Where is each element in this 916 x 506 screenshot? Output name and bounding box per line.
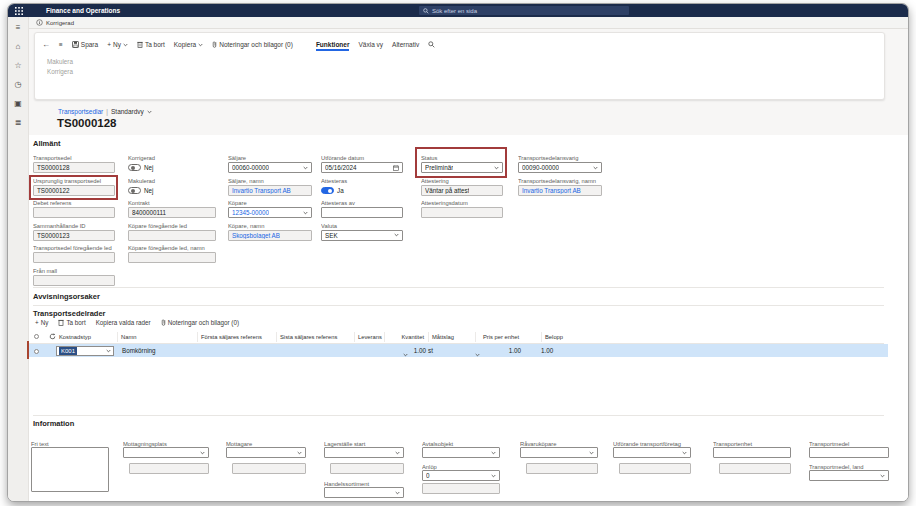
col-belopp[interactable]: Belopp <box>541 332 563 342</box>
col-leverans[interactable]: Leverans <box>354 332 382 342</box>
ravarukopare-combobox[interactable] <box>520 447 598 458</box>
valuta-combobox[interactable]: SEK <box>321 230 403 241</box>
notes-attachments-button[interactable]: Noteringar och bilagor (0) <box>212 41 293 48</box>
col-namn[interactable]: Namn <box>117 332 136 342</box>
plus-icon: + <box>107 41 111 48</box>
attesteringsdatum-input <box>421 207 503 218</box>
attesteras-toggle[interactable]: Ja <box>321 185 403 196</box>
chevron-down-icon <box>106 349 111 353</box>
handelssortiment-combobox[interactable] <box>324 487 404 498</box>
select-all-radio[interactable] <box>34 332 39 342</box>
search-placeholder: Sök efter en sida <box>432 8 477 14</box>
grid-notes-button[interactable]: Noteringar och bilagor (0) <box>161 319 239 326</box>
col-sista-saljares-referens[interactable]: Sista säljares referens <box>276 332 337 342</box>
chevron-down-icon <box>303 211 308 215</box>
toggle-off-icon <box>128 164 141 171</box>
save-button[interactable]: Spara <box>72 41 98 48</box>
transportmedel-land-combobox[interactable] <box>809 470 889 481</box>
back-button[interactable]: ← <box>42 40 50 49</box>
field-debet-referens: Debet referens <box>33 200 115 218</box>
app-title: Finance and Operations <box>46 7 120 14</box>
status-combobox[interactable]: Preliminär <box>421 162 503 173</box>
chevron-down-icon <box>394 233 399 237</box>
tab-alternativ[interactable]: Alternativ <box>392 41 419 48</box>
field-kopare: Köpare 12345-00000 <box>228 200 312 218</box>
field-kopare-namn: Köpare, namn Skogsbolaget AB <box>228 223 312 241</box>
field-transportsedel-foregaende-led: Transportsedel föregående led <box>33 245 115 263</box>
transportenhet-input[interactable] <box>713 447 791 458</box>
search-input[interactable]: Sök efter en sida <box>419 6 629 15</box>
new-button[interactable]: + Ny <box>107 41 128 48</box>
copy-button[interactable]: Kopiera <box>174 41 203 48</box>
kopare-combobox[interactable]: 12345-00000 <box>228 207 312 218</box>
information-col-transportmedel: Transportmedel Transportmedel, land <box>809 441 889 448</box>
menu-icon[interactable]: ≡ <box>16 23 21 32</box>
message-text: Korrigerad <box>46 20 74 26</box>
section-information-header[interactable]: Information <box>33 419 74 428</box>
fri-text-textarea[interactable] <box>31 447 109 492</box>
field-kontrakt: Kontrakt 8400000111 <box>128 200 216 218</box>
korrigerad-toggle[interactable]: Nej <box>128 162 210 173</box>
chevron-down-icon <box>303 166 308 170</box>
table-row[interactable]: K001 Bomkörning 1.00 st 1.00 1.00 <box>29 344 888 357</box>
grid-new-button[interactable]: + Ny <box>35 319 48 326</box>
chevron-down-icon <box>475 353 480 357</box>
makulerad-toggle[interactable]: Nej <box>128 185 210 196</box>
chevron-down-icon <box>491 451 496 455</box>
information-col-utforande-foretag: Utförande transportföretag <box>613 441 691 448</box>
chevron-down-icon <box>593 166 598 170</box>
utforande-transportforetag-combobox[interactable] <box>613 447 691 458</box>
tab-vaxla-vy[interactable]: Växla vy <box>358 41 383 48</box>
pin-actionpane-icon[interactable]: ≡ <box>59 41 63 48</box>
chevron-down-icon <box>491 474 496 478</box>
information-col-transportenhet: Transportenhet <box>713 441 791 448</box>
chevron-down-icon <box>395 451 400 455</box>
trash-icon <box>137 41 143 48</box>
utforande-datum-input[interactable]: 05/16/2024 <box>321 162 403 173</box>
kostnadstyp-cell-combobox[interactable]: K001 <box>56 346 114 356</box>
col-forsta-saljares-referens[interactable]: Första säljares referens <box>197 332 262 342</box>
section-allmant-header[interactable]: Allmänt <box>33 139 61 148</box>
favorites-icon[interactable]: ☆ <box>14 61 21 70</box>
menu-item-korrigera[interactable]: Korrigera <box>47 67 73 77</box>
row-radio[interactable] <box>34 344 39 357</box>
view-selector[interactable]: Standardvy <box>111 108 144 115</box>
section-transportsedelrader-header[interactable]: Transportsedelrader <box>33 309 106 318</box>
grid-header: Kostnadstyp Namn Första säljares referen… <box>29 332 884 342</box>
breadcrumb-entity-link[interactable]: Transportsedlar <box>58 108 103 115</box>
col-mattslag[interactable]: Måttslag <box>428 332 454 342</box>
mottagningsplats-combobox[interactable] <box>123 447 209 458</box>
avtalsobjekt-combobox[interactable] <box>422 447 500 458</box>
tab-funktioner[interactable]: Funktioner <box>316 41 350 48</box>
saljare-combobox[interactable]: 00060-00000 <box>228 162 312 173</box>
top-bar: Finance and Operations Sök efter en sida <box>8 4 908 17</box>
anlop-combobox[interactable]: 0 <box>422 470 500 481</box>
plus-icon: + <box>35 319 39 326</box>
grid-copy-rows-button[interactable]: Kopiera valda rader <box>96 319 151 326</box>
transportsedelansvarig-combobox[interactable]: 00090-00000 <box>518 162 602 173</box>
grid-delete-button[interactable]: Ta bort <box>58 319 85 326</box>
trash-icon <box>58 319 64 326</box>
col-kvantitet[interactable]: Kvantitet <box>384 332 426 342</box>
recent-icon[interactable]: ◷ <box>15 80 22 89</box>
menu-item-makulera[interactable]: Makulera <box>47 57 73 67</box>
pris-per-enhet-cell: 1.00 <box>485 344 521 357</box>
field-kopare-foregaende-led-namn: Köpare föregående led, namn <box>128 245 216 263</box>
section-avvisningsorsaker-header[interactable]: Avvisningsorsaker <box>33 292 100 301</box>
mottagare-combobox[interactable] <box>226 447 306 458</box>
field-saljare: Säljare 00060-00000 <box>228 155 312 173</box>
home-icon[interactable]: ⌂ <box>16 42 21 51</box>
refresh-icon[interactable] <box>49 333 56 343</box>
mattslag-cell-chevron[interactable] <box>475 348 480 361</box>
app-launcher-button[interactable] <box>8 4 29 17</box>
transportmedel-input[interactable] <box>809 447 889 458</box>
toolbar-search-icon[interactable] <box>428 41 435 48</box>
col-pris-per-enhet[interactable]: Pris per enhet <box>475 332 521 342</box>
col-kostnadstyp[interactable]: Kostnadstyp <box>59 332 91 342</box>
workspaces-icon[interactable]: ▣ <box>14 99 22 108</box>
modules-icon[interactable]: ≣ <box>15 118 22 127</box>
attesteras-av-input[interactable] <box>321 207 403 218</box>
field-fran-mall: Från mall <box>33 268 115 286</box>
delete-button[interactable]: Ta bort <box>137 41 165 48</box>
lagerstalle-start-combobox[interactable] <box>324 447 404 458</box>
